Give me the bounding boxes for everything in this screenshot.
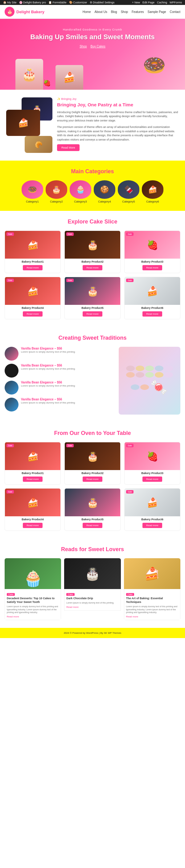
hero-buttons: Shop Buy Cakes	[6, 45, 179, 48]
explore-read-more-3[interactable]: Read more	[143, 265, 162, 270]
tradition-content-1: Vanilla Bean Elegance – $56 Lorem Ipsum …	[21, 347, 114, 353]
explore-product-2: 🎂 Sale Bakery Product2 Read more	[64, 230, 121, 273]
top-bar: 🏠 My Site 🌸 Delight Bakery pro 📋 Formida…	[0, 0, 185, 5]
oven-product-2-name: Bakery Product2	[65, 470, 120, 475]
topbar-wpforms[interactable]: WPForms	[169, 1, 182, 4]
read-more-link-2[interactable]: Read more	[66, 606, 118, 609]
tradition-title-2: Vanilla Bean Elegance – $56	[21, 364, 114, 367]
explore-section: Explore Cake Slice 🍰 Sale Bakery Product…	[0, 211, 185, 327]
nav-contact[interactable]: Contact	[170, 10, 180, 13]
tradition-content-2: Vanilla Bean Elegance – $56 Lorem Ipsum …	[21, 364, 114, 371]
explore-sale-badge-5: Sale	[66, 279, 74, 282]
cat-label-2: Category2	[50, 200, 63, 203]
topbar-customizer: 🎨 Customizer	[69, 1, 87, 4]
oven-title: From Our Oven to Your Table	[5, 430, 180, 436]
tradition-desc-3: Lorem Ipsum is simply dummy text of this…	[21, 384, 114, 388]
read-img-1: 🧁	[5, 558, 61, 589]
category-item-4[interactable]: 🍪 Category4	[94, 180, 115, 203]
macaron-9	[155, 372, 163, 378]
oven-product-4-name: Bakery Product4	[5, 516, 60, 522]
about-images: 🎂 🍰 🥐	[6, 97, 53, 153]
hero-buy-btn[interactable]: Buy Cakes	[91, 45, 105, 48]
cat-circle-1: 🍩	[22, 180, 43, 199]
read-card-3: 🍰 Cake The Art of Baking: Essential Tech…	[124, 558, 180, 620]
logo[interactable]: 🎂 Delight Bakery	[5, 7, 44, 17]
read-more-link-1[interactable]: Read more	[7, 615, 59, 618]
oven-read-more-3[interactable]: Read more	[143, 476, 162, 482]
tradition-item-4: Vanilla Bean Elegance – $56 Lorem Ipsum …	[5, 398, 114, 411]
tradition-img-4	[5, 398, 19, 411]
macaron-5	[164, 366, 173, 371]
reads-grid: 🧁 Cake Decadent Desserts: Top 10 Cakes t…	[5, 558, 180, 620]
topbar-site: 🏠 My Site	[3, 1, 17, 4]
read-desc-3: Lorem ipsum is simply dummy text of this…	[126, 605, 178, 614]
tradition-item-3: Vanilla Bean Elegance – $56 Lorem Ipsum …	[5, 381, 114, 395]
main-nav: 🎂 Delight Bakery Home About Us Blog Shop…	[0, 5, 185, 19]
tradition-title-3: Vanilla Bean Elegance – $56	[21, 381, 114, 384]
category-item-6[interactable]: 🍰 Category6	[142, 180, 163, 203]
topbar-edit[interactable]: Edit Page	[143, 1, 154, 4]
explore-product-5-name: Bakery Product5	[65, 305, 120, 310]
nav-shop[interactable]: Shop	[121, 10, 128, 13]
nav-features[interactable]: Features	[132, 10, 144, 13]
cat-label-3: Category3	[74, 200, 87, 203]
categories-section: Main Categories 🍩 Category1 🎂 Category2 …	[0, 161, 185, 211]
read-more-link-3[interactable]: Read more	[126, 615, 178, 618]
topbar-formidable: 📋 Formidable	[49, 1, 67, 4]
nav-home[interactable]: Home	[83, 10, 91, 13]
about-read-more-btn[interactable]: Read More	[57, 144, 80, 151]
cat-circle-5: 🍫	[118, 180, 140, 199]
about-desc1: Introducing Delight Bakery, the perfect …	[57, 110, 179, 123]
explore-product-4-name: Bakery Product4	[5, 305, 60, 310]
macaron-6	[126, 372, 135, 378]
category-item-5[interactable]: 🍫 Category5	[118, 180, 140, 203]
explore-product-2-name: Bakery Product2	[65, 258, 120, 264]
explore-read-more-5[interactable]: Read more	[83, 311, 102, 316]
oven-read-more-4[interactable]: Read more	[23, 523, 42, 528]
read-img-3: 🍰	[124, 558, 180, 589]
oven-read-more-1[interactable]: Read more	[23, 476, 42, 482]
nav-blog[interactable]: Blog	[111, 10, 117, 13]
hero-cake-center: 🍰	[56, 65, 83, 90]
oven-read-more-5[interactable]: Read more	[83, 523, 102, 528]
oven-product-6: 🍰 Sale Bakery Product6 Read more	[124, 488, 180, 531]
explore-read-more-1[interactable]: Read more	[23, 265, 42, 270]
tradition-img-1	[5, 347, 19, 361]
tradition-img-3	[5, 381, 19, 395]
read-meta-1: Cake Decadent Desserts: Top 10 Cakes to …	[5, 589, 61, 620]
explore-read-more-2[interactable]: Read more	[83, 265, 102, 270]
about-img-small: 🥐	[25, 136, 53, 153]
macaron-11	[131, 384, 140, 390]
explore-sale-badge-2: Sale	[66, 232, 74, 236]
hero-shop-btn[interactable]: Shop	[80, 45, 87, 48]
explore-sale-badge-3: Sale	[126, 232, 133, 236]
macaron-12	[140, 384, 149, 390]
topbar-caching[interactable]: Caching	[157, 1, 167, 4]
traditions-macaron-image: 🍬	[119, 347, 180, 414]
oven-product-1-name: Bakery Product1	[5, 470, 60, 475]
category-item-3[interactable]: 🧁 Category3	[70, 180, 91, 203]
tradition-img-2	[5, 364, 19, 378]
explore-product-1: 🍰 Sale Bakery Product1 Read more	[5, 230, 61, 273]
topbar-new[interactable]: + New	[132, 1, 140, 4]
cat-circle-2: 🎂	[45, 180, 67, 199]
nav-sample[interactable]: Sample Page	[147, 10, 166, 13]
oven-read-more-2[interactable]: Read more	[83, 476, 102, 482]
hero-strawberry: 🍓	[43, 79, 51, 87]
oven-product-5-name: Bakery Product5	[65, 516, 120, 522]
explore-read-more-6[interactable]: Read more	[143, 311, 162, 316]
oven-product-5: 🎂 Bakery Product5 Read more	[64, 488, 121, 531]
oven-sale-badge-6: Sale	[126, 490, 133, 494]
oven-sale-badge-2: Sale	[66, 444, 74, 447]
macaron-bowl-icon: 🍬	[150, 378, 168, 396]
category-item-1[interactable]: 🍩 Category1	[22, 180, 43, 203]
explore-read-more-4[interactable]: Read more	[23, 311, 42, 316]
about-desc2: The premium version of theme offers an a…	[57, 125, 179, 142]
oven-read-more-6[interactable]: Read more	[143, 523, 162, 528]
category-item-2[interactable]: 🎂 Category2	[45, 180, 67, 203]
read-card-1: 🧁 Cake Decadent Desserts: Top 10 Cakes t…	[5, 558, 61, 620]
cat-label-6: Category6	[146, 200, 159, 203]
nav-about[interactable]: About Us	[95, 10, 107, 13]
tradition-title-4: Vanilla Bean Elegance – $56	[21, 398, 114, 401]
read-meta-3: Cake The Art of Baking: Essential Techni…	[124, 589, 180, 620]
